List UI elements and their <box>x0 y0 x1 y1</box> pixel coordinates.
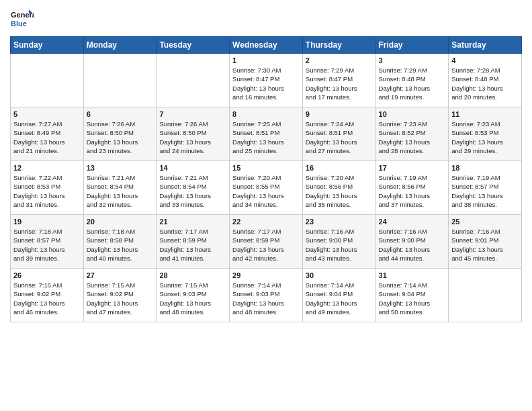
day-info: Sunrise: 7:18 AM Sunset: 8:58 PM Dayligh… <box>87 227 154 263</box>
weekday-monday: Monday <box>83 37 157 54</box>
calendar-cell: 25Sunrise: 7:16 AM Sunset: 9:01 PM Dayli… <box>449 215 522 269</box>
day-number: 7 <box>159 110 226 118</box>
day-info: Sunrise: 7:20 AM Sunset: 8:55 PM Dayligh… <box>232 173 300 209</box>
calendar-cell: 3Sunrise: 7:29 AM Sunset: 8:48 PM Daylig… <box>375 54 449 107</box>
calendar-cell: 30Sunrise: 7:14 AM Sunset: 9:04 PM Dayli… <box>302 269 375 322</box>
logo-graphic: General Blue <box>10 7 34 31</box>
weekday-header-row: SundayMondayTuesdayWednesdayThursdayFrid… <box>11 37 522 54</box>
weekday-wednesday: Wednesday <box>230 37 303 54</box>
logo-svg: General Blue <box>10 7 34 31</box>
day-info: Sunrise: 7:15 AM Sunset: 9:03 PM Dayligh… <box>159 281 226 316</box>
calendar-cell: 9Sunrise: 7:24 AM Sunset: 8:51 PM Daylig… <box>302 107 375 161</box>
day-number: 31 <box>379 271 446 279</box>
day-number: 14 <box>159 164 226 172</box>
day-info: Sunrise: 7:15 AM Sunset: 9:02 PM Dayligh… <box>13 281 81 316</box>
calendar-row: 1Sunrise: 7:30 AM Sunset: 8:47 PM Daylig… <box>11 54 522 107</box>
day-number: 2 <box>306 56 373 64</box>
day-number: 19 <box>13 218 81 226</box>
day-info: Sunrise: 7:29 AM Sunset: 8:48 PM Dayligh… <box>379 66 446 101</box>
calendar-table: SundayMondayTuesdayWednesdayThursdayFrid… <box>10 36 522 322</box>
day-info: Sunrise: 7:20 AM Sunset: 8:56 PM Dayligh… <box>306 173 373 209</box>
calendar-cell: 7Sunrise: 7:26 AM Sunset: 8:50 PM Daylig… <box>157 107 230 161</box>
day-number: 10 <box>379 110 446 118</box>
calendar-row: 5Sunrise: 7:27 AM Sunset: 8:49 PM Daylig… <box>11 107 522 161</box>
day-number: 30 <box>306 271 373 279</box>
svg-text:Blue: Blue <box>11 19 27 28</box>
day-number: 27 <box>87 271 154 279</box>
calendar-cell: 15Sunrise: 7:20 AM Sunset: 8:55 PM Dayli… <box>230 161 303 215</box>
calendar-cell: 12Sunrise: 7:22 AM Sunset: 8:53 PM Dayli… <box>11 161 84 215</box>
day-number: 17 <box>379 164 446 172</box>
logo: General Blue <box>10 7 34 31</box>
day-info: Sunrise: 7:24 AM Sunset: 8:51 PM Dayligh… <box>306 120 373 155</box>
day-number: 1 <box>232 56 300 64</box>
calendar-cell: 31Sunrise: 7:14 AM Sunset: 9:04 PM Dayli… <box>375 269 449 322</box>
day-info: Sunrise: 7:14 AM Sunset: 9:04 PM Dayligh… <box>379 281 446 316</box>
day-number: 13 <box>87 164 154 172</box>
day-info: Sunrise: 7:19 AM Sunset: 8:56 PM Dayligh… <box>379 173 446 209</box>
weekday-friday: Friday <box>375 37 449 54</box>
calendar-cell: 14Sunrise: 7:21 AM Sunset: 8:54 PM Dayli… <box>157 161 230 215</box>
day-number: 20 <box>87 218 154 226</box>
page: General Blue SundayMondayTuesdayWednesda… <box>0 0 532 411</box>
calendar-cell: 17Sunrise: 7:19 AM Sunset: 8:56 PM Dayli… <box>375 161 449 215</box>
calendar-cell: 4Sunrise: 7:28 AM Sunset: 8:48 PM Daylig… <box>449 54 522 107</box>
calendar-cell: 8Sunrise: 7:25 AM Sunset: 8:51 PM Daylig… <box>230 107 303 161</box>
calendar-cell: 1Sunrise: 7:30 AM Sunset: 8:47 PM Daylig… <box>230 54 303 107</box>
weekday-saturday: Saturday <box>449 37 522 54</box>
calendar-cell: 10Sunrise: 7:23 AM Sunset: 8:52 PM Dayli… <box>375 107 449 161</box>
calendar-cell: 13Sunrise: 7:21 AM Sunset: 8:54 PM Dayli… <box>83 161 157 215</box>
calendar-cell: 21Sunrise: 7:17 AM Sunset: 8:59 PM Dayli… <box>157 215 230 269</box>
calendar-cell: 11Sunrise: 7:23 AM Sunset: 8:53 PM Dayli… <box>449 107 522 161</box>
calendar-cell: 5Sunrise: 7:27 AM Sunset: 8:49 PM Daylig… <box>11 107 84 161</box>
day-number: 5 <box>13 110 81 118</box>
day-number: 4 <box>451 56 519 64</box>
day-number: 12 <box>13 164 81 172</box>
day-info: Sunrise: 7:16 AM Sunset: 9:00 PM Dayligh… <box>306 227 373 263</box>
day-info: Sunrise: 7:15 AM Sunset: 9:02 PM Dayligh… <box>87 281 154 316</box>
calendar-cell: 24Sunrise: 7:16 AM Sunset: 9:00 PM Dayli… <box>375 215 449 269</box>
calendar-cell: 2Sunrise: 7:29 AM Sunset: 8:47 PM Daylig… <box>302 54 375 107</box>
day-number: 23 <box>306 218 373 226</box>
day-info: Sunrise: 7:14 AM Sunset: 9:03 PM Dayligh… <box>232 281 300 316</box>
calendar-cell: 22Sunrise: 7:17 AM Sunset: 8:59 PM Dayli… <box>230 215 303 269</box>
calendar-row: 26Sunrise: 7:15 AM Sunset: 9:02 PM Dayli… <box>11 269 522 322</box>
day-info: Sunrise: 7:16 AM Sunset: 9:00 PM Dayligh… <box>379 227 446 263</box>
day-number: 26 <box>13 271 81 279</box>
day-number: 28 <box>159 271 226 279</box>
day-number: 21 <box>159 218 226 226</box>
calendar-cell: 28Sunrise: 7:15 AM Sunset: 9:03 PM Dayli… <box>157 269 230 322</box>
day-number: 9 <box>306 110 373 118</box>
day-number: 29 <box>232 271 300 279</box>
calendar-cell <box>83 54 157 107</box>
calendar-cell: 23Sunrise: 7:16 AM Sunset: 9:00 PM Dayli… <box>302 215 375 269</box>
day-info: Sunrise: 7:29 AM Sunset: 8:47 PM Dayligh… <box>306 66 373 101</box>
calendar-cell: 27Sunrise: 7:15 AM Sunset: 9:02 PM Dayli… <box>83 269 157 322</box>
day-info: Sunrise: 7:22 AM Sunset: 8:53 PM Dayligh… <box>13 173 81 209</box>
weekday-sunday: Sunday <box>11 37 84 54</box>
day-number: 22 <box>232 218 300 226</box>
day-info: Sunrise: 7:23 AM Sunset: 8:53 PM Dayligh… <box>451 120 519 155</box>
calendar-cell: 18Sunrise: 7:19 AM Sunset: 8:57 PM Dayli… <box>449 161 522 215</box>
day-info: Sunrise: 7:27 AM Sunset: 8:49 PM Dayligh… <box>13 120 81 155</box>
calendar-cell: 19Sunrise: 7:18 AM Sunset: 8:57 PM Dayli… <box>11 215 84 269</box>
day-info: Sunrise: 7:19 AM Sunset: 8:57 PM Dayligh… <box>451 173 519 209</box>
day-number: 11 <box>451 110 519 118</box>
weekday-tuesday: Tuesday <box>157 37 230 54</box>
day-number: 18 <box>451 164 519 172</box>
header: General Blue <box>10 7 522 31</box>
day-info: Sunrise: 7:14 AM Sunset: 9:04 PM Dayligh… <box>306 281 373 316</box>
calendar-cell: 16Sunrise: 7:20 AM Sunset: 8:56 PM Dayli… <box>302 161 375 215</box>
day-info: Sunrise: 7:25 AM Sunset: 8:51 PM Dayligh… <box>232 120 300 155</box>
day-info: Sunrise: 7:28 AM Sunset: 8:48 PM Dayligh… <box>451 66 519 101</box>
day-info: Sunrise: 7:26 AM Sunset: 8:50 PM Dayligh… <box>159 120 226 155</box>
day-number: 3 <box>379 56 446 64</box>
calendar-cell <box>11 54 84 107</box>
calendar-cell <box>449 269 522 322</box>
day-info: Sunrise: 7:21 AM Sunset: 8:54 PM Dayligh… <box>159 173 226 209</box>
day-number: 6 <box>87 110 154 118</box>
calendar-cell <box>157 54 230 107</box>
day-number: 24 <box>379 218 446 226</box>
day-info: Sunrise: 7:23 AM Sunset: 8:52 PM Dayligh… <box>379 120 446 155</box>
day-info: Sunrise: 7:21 AM Sunset: 8:54 PM Dayligh… <box>87 173 154 209</box>
